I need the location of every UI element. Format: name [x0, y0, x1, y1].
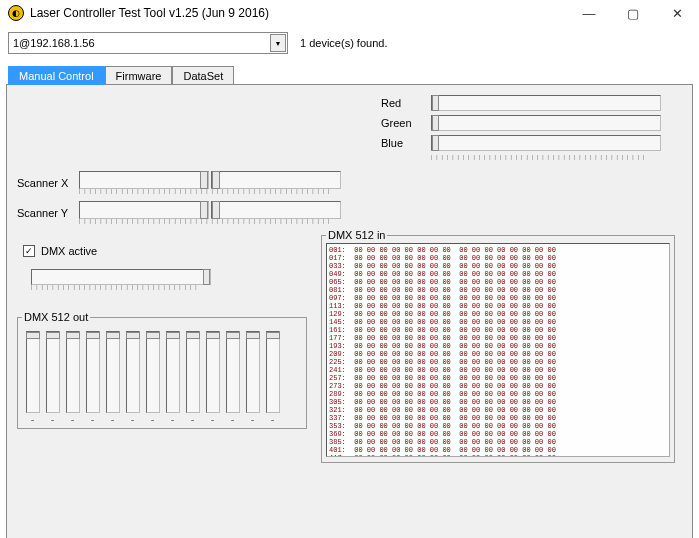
window-title: Laser Controller Test Tool v1.25 (Jun 9 …	[30, 6, 269, 20]
scanner-y-slider-coarse[interactable]	[79, 201, 209, 219]
device-combo-value: 1@192.168.1.56	[13, 37, 95, 49]
scanner-x-slider-coarse[interactable]	[79, 171, 209, 189]
dmx-out-slider-4[interactable]	[86, 331, 100, 413]
close-button[interactable]: ✕	[655, 0, 699, 26]
scanner-y-label: Scanner Y	[17, 207, 79, 219]
dmx-out-slider-7[interactable]	[146, 331, 160, 413]
device-status: 1 device(s) found.	[300, 37, 387, 49]
scanner-x-slider-fine[interactable]	[211, 171, 341, 189]
red-slider[interactable]	[431, 95, 661, 111]
dmx-out-slider-11[interactable]	[226, 331, 240, 413]
dmx-out-group: DMX 512 out -------------	[17, 311, 307, 429]
dmx-out-slider-5[interactable]	[106, 331, 120, 413]
red-label: Red	[381, 97, 431, 109]
tab-bar: Manual Control Firmware DataSet	[8, 62, 699, 84]
dmx-in-legend: DMX 512 in	[326, 229, 387, 241]
maximize-button[interactable]: ▢	[611, 0, 655, 26]
dmx-in-group: DMX 512 in 001: 00 00 00 00 00 00 00 00 …	[321, 229, 675, 463]
green-label: Green	[381, 117, 431, 129]
scanner-x-label: Scanner X	[17, 177, 79, 189]
dmx-out-slider-9[interactable]	[186, 331, 200, 413]
dmx-out-slider-10[interactable]	[206, 331, 220, 413]
app-icon: ◐	[8, 5, 24, 21]
dmx-out-slider-2[interactable]	[46, 331, 60, 413]
device-combo[interactable]: 1@192.168.1.56 ▼	[8, 32, 288, 54]
dmx-out-slider-13[interactable]	[266, 331, 280, 413]
dmx-active-label: DMX active	[41, 245, 97, 257]
dmx-out-slider-12[interactable]	[246, 331, 260, 413]
dmx-out-slider-3[interactable]	[66, 331, 80, 413]
toolbar: 1@192.168.1.56 ▼ 1 device(s) found.	[0, 26, 699, 60]
dmx-out-slider-6[interactable]	[126, 331, 140, 413]
tab-panel: Scanner X ||||||||||||||||||||||||||||||…	[6, 84, 693, 538]
chevron-down-icon[interactable]: ▼	[270, 34, 286, 52]
dmx-out-slider-8[interactable]	[166, 331, 180, 413]
dmx-out-slider-1[interactable]	[26, 331, 40, 413]
tab-dataset[interactable]: DataSet	[172, 66, 234, 85]
tab-firmware[interactable]: Firmware	[105, 66, 173, 85]
titlebar: ◐ Laser Controller Test Tool v1.25 (Jun …	[0, 0, 699, 26]
blue-label: Blue	[381, 137, 431, 149]
dmx-active-checkbox[interactable]: ✓	[23, 245, 35, 257]
tab-manual-control[interactable]: Manual Control	[8, 66, 105, 85]
blue-slider[interactable]	[431, 135, 661, 151]
dmx-out-legend: DMX 512 out	[22, 311, 90, 323]
minimize-button[interactable]: —	[567, 0, 611, 26]
green-slider[interactable]	[431, 115, 661, 131]
dmx-master-slider[interactable]	[31, 269, 211, 285]
scanner-y-slider-fine[interactable]	[211, 201, 341, 219]
dmx-in-dump: 001: 00 00 00 00 00 00 00 00 00 00 00 00…	[326, 243, 670, 457]
